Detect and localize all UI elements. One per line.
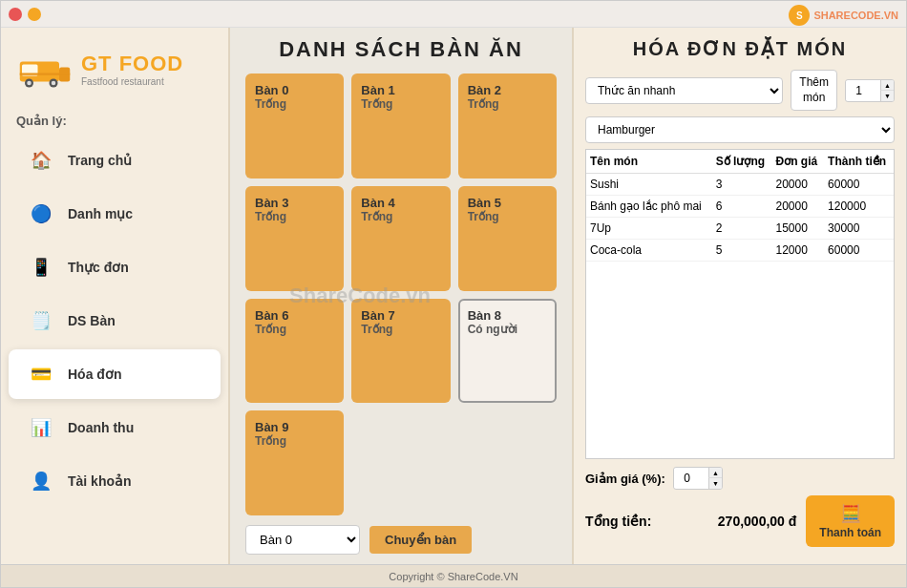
sidebar-item-ds-ban[interactable]: 🗒️ DS Bàn [9, 296, 221, 346]
order-row-3: Coca-cola 5 12000 60000 [586, 240, 894, 262]
order-cell-price: 20000 [771, 196, 824, 218]
col-header-qty: Số lượng [712, 150, 772, 174]
order-cell-name: Sushi [586, 174, 712, 196]
discount-input-wrap: ▲ ▼ [673, 467, 723, 490]
spin-btns: ▲ ▼ [880, 80, 894, 101]
discount-input[interactable] [674, 469, 708, 488]
quantity-input[interactable] [846, 81, 880, 100]
order-cell-total: 30000 [824, 218, 894, 240]
order-cell-price: 15000 [771, 218, 824, 240]
footer: Copyright © ShareCode.VN [1, 564, 906, 587]
order-cell-name: 7Up [586, 218, 712, 240]
order-cell-qty: 6 [712, 196, 772, 218]
menu-icon: 📱 [28, 254, 54, 281]
nav-label-ds-ban: DS Bàn [68, 313, 116, 328]
nav-label-thuc-don: Thực đơn [68, 260, 129, 275]
category-select[interactable]: Thức ăn nhanh Đồ uống Tráng miệng [585, 77, 783, 104]
food-select[interactable]: Hamburger Sushi 7Up Coca-cola [585, 116, 895, 143]
sidebar-section-label: Quản lý: [1, 108, 228, 134]
footer-text: Copyright © ShareCode.VN [389, 571, 517, 582]
order-row-2: 7Up 2 15000 30000 [586, 218, 894, 240]
center-panel: DANH SÁCH BÀN ĂN ShareCode.vn Bàn 0Trống… [230, 28, 572, 564]
table-card-2[interactable]: Bàn 2Trống [458, 74, 557, 178]
right-panel: HÓA ĐƠN ĐẶT MÓN Thức ăn nhanh Đồ uống Tr… [572, 28, 906, 564]
nav-label-danh-muc: Danh mục [68, 206, 133, 221]
table-card-6[interactable]: Bàn 6Trống [245, 299, 344, 404]
table-card-1[interactable]: Bàn 1Trống [351, 74, 450, 178]
spin-up-button[interactable]: ▲ [880, 80, 894, 91]
category-row: Thức ăn nhanh Đồ uống Tráng miệng Thêmmó… [585, 70, 895, 111]
discount-spin-down[interactable]: ▼ [708, 478, 722, 489]
table-card-0[interactable]: Bàn 0Trống [245, 74, 344, 178]
order-cell-qty: 2 [712, 218, 772, 240]
order-row-0: Sushi 3 20000 60000 [586, 174, 894, 196]
table-card-3[interactable]: Bàn 3Trống [245, 186, 344, 291]
sidebar: GT FOOD Fastfood restaurant Quản lý: 🏠 T… [1, 28, 230, 564]
invoice-icon: 💳 [28, 361, 54, 388]
total-label: Tổng tiền: [585, 514, 651, 529]
logo-text: GT FOOD Fastfood restaurant [81, 52, 183, 87]
col-header-name: Tên món [586, 150, 712, 174]
sidebar-item-tai-khoan[interactable]: 👤 Tài khoản [9, 456, 221, 506]
order-cell-price: 12000 [771, 240, 824, 262]
svg-point-6 [52, 81, 56, 86]
total-row: Tổng tiền: 270,000,00 đ 🧮 Thanh toán [585, 495, 895, 547]
table-card-7[interactable]: Bàn 7Trống [351, 299, 450, 404]
table-card-4[interactable]: Bàn 4Trống [351, 186, 450, 291]
nav-label-doanh-thu: Doanh thu [68, 420, 134, 435]
order-cell-name: Bánh gạo lắc phô mai [586, 196, 712, 218]
order-cell-qty: 5 [712, 240, 772, 262]
sharecode-logo: S SHARECODE.VN [789, 5, 898, 26]
order-table: Tên món Số lượng Đơn giá Thành tiền Sush… [586, 150, 894, 262]
order-row-1: Bánh gạo lắc phô mai 6 20000 120000 [586, 196, 894, 218]
table-card-8[interactable]: Bàn 8Có người [458, 299, 557, 404]
truck-icon [16, 45, 74, 93]
thanh-toan-button[interactable]: 🧮 Thanh toán [806, 495, 895, 547]
order-cell-qty: 3 [712, 174, 772, 196]
quantity-input-wrap: ▲ ▼ [845, 79, 895, 102]
chuyen-ban-button[interactable]: Chuyển bàn [369, 526, 472, 554]
account-icon: 👤 [28, 468, 54, 494]
table-card-5[interactable]: Bàn 5Trống [458, 186, 557, 291]
svg-rect-7 [20, 74, 71, 75]
logo-sub: Fastfood restaurant [81, 76, 183, 87]
title-bar [1, 1, 906, 28]
order-cell-total: 60000 [824, 240, 894, 262]
table-select[interactable]: Bàn 0 Bàn 1 Bàn 2 Bàn 3 Bàn 4 Bàn 5 Bàn … [245, 525, 360, 555]
sidebar-item-doanh-thu[interactable]: 📊 Doanh thu [9, 403, 221, 452]
nav-label-hoa-don: Hóa đơn [68, 367, 121, 382]
logo-area: GT FOOD Fastfood restaurant [1, 37, 228, 108]
total-amount: 270,000,00 đ [718, 514, 797, 529]
spin-down-button[interactable]: ▼ [880, 91, 894, 101]
col-header-total: Thành tiền [824, 150, 894, 174]
center-bottom: Bàn 0 Bàn 1 Bàn 2 Bàn 3 Bàn 4 Bàn 5 Bàn … [245, 525, 557, 555]
discount-spin-btns: ▲ ▼ [708, 468, 722, 489]
nav-label-tai-khoan: Tài khoản [68, 473, 132, 489]
sidebar-item-hoa-don[interactable]: 💳 Hóa đơn [9, 349, 221, 399]
tables-grid: Bàn 0TrốngBàn 1TrốngBàn 2TrốngBàn 3Trống… [245, 74, 557, 515]
col-header-price: Đơn giá [771, 150, 824, 174]
them-mon-button[interactable]: Thêmmón [791, 70, 837, 111]
discount-row: Giảm giá (%): ▲ ▼ [585, 467, 895, 490]
table-icon: 🗒️ [28, 307, 54, 334]
minimize-button[interactable] [28, 8, 41, 21]
logo-main: GT FOOD [81, 52, 183, 76]
table-card-9[interactable]: Bàn 9Trống [245, 410, 344, 515]
order-cell-price: 20000 [771, 174, 824, 196]
close-button[interactable] [9, 8, 22, 21]
home-icon: 🏠 [28, 147, 54, 174]
discount-spin-up[interactable]: ▲ [708, 468, 722, 478]
sidebar-item-trang-chu[interactable]: 🏠 Trang chủ [9, 136, 221, 185]
sidebar-item-danh-muc[interactable]: 🔵 Danh mục [9, 189, 221, 239]
thanh-toan-label: Thanh toán [819, 526, 881, 539]
order-cell-total: 120000 [824, 196, 894, 218]
discount-label: Giảm giá (%): [585, 472, 665, 486]
food-row: Hamburger Sushi 7Up Coca-cola [585, 116, 895, 143]
revenue-icon: 📊 [28, 414, 54, 441]
center-title: DANH SÁCH BÀN ĂN [245, 37, 557, 62]
category-icon: 🔵 [28, 200, 54, 227]
order-table-wrapper: Tên món Số lượng Đơn giá Thành tiền Sush… [585, 149, 895, 459]
sharecode-badge: S [789, 5, 810, 26]
sidebar-item-thuc-don[interactable]: 📱 Thực đơn [9, 242, 221, 292]
right-title: HÓA ĐƠN ĐẶT MÓN [585, 37, 895, 60]
